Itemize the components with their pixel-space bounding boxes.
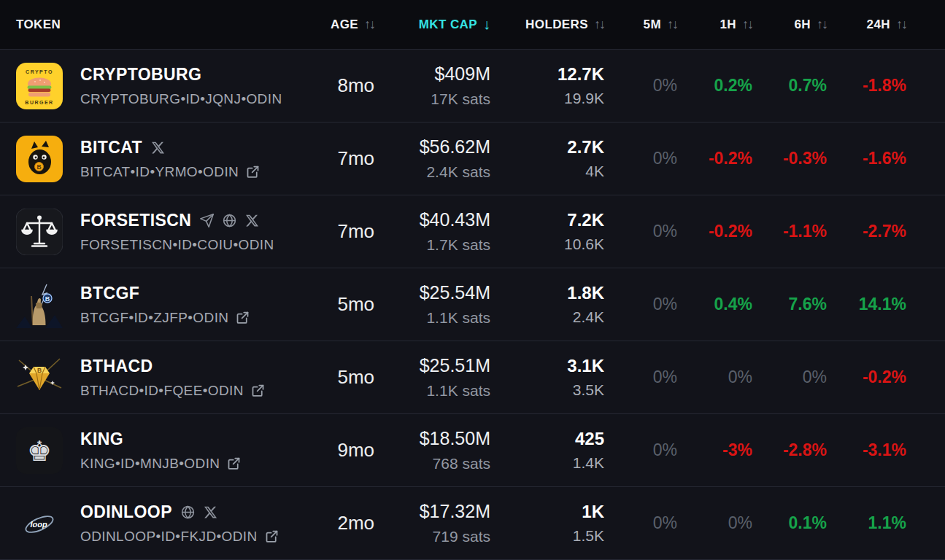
pct-5m: 0% (653, 440, 677, 460)
token-cell[interactable]: CRYPTOBURGER CRYPTOBURG CRYPTOBURG•ID•JQ… (0, 50, 306, 122)
holders-value: 7.2K (567, 210, 604, 230)
telegram-icon[interactable] (199, 213, 215, 228)
token-cell[interactable]: ♚ KING KING•ID•MNJB•ODIN (0, 414, 306, 486)
column-header-mktcap[interactable]: MKT CAP ↓ (374, 16, 490, 33)
column-header-24h[interactable]: 24H ↑↓ (827, 17, 906, 32)
column-header-1h[interactable]: 1H ↑↓ (677, 17, 752, 32)
sort-icon: ↑↓ (896, 17, 906, 32)
holders-sub-value: 10.6K (564, 236, 604, 253)
token-id: KING•ID•MNJB•ODIN (80, 456, 220, 472)
token-table-body: CRYPTOBURGER CRYPTOBURG CRYPTOBURG•ID•JQ… (0, 49, 945, 560)
scales-icon (16, 209, 63, 255)
holders-sub-value: 3.5K (573, 381, 604, 399)
pct-1h: 0.2% (714, 76, 752, 96)
pct-5m: 0% (653, 513, 677, 533)
token-name: BTHACD (80, 357, 153, 376)
mktcap-sats: 2.4K sats (426, 163, 490, 181)
token-name: BITCAT (80, 138, 142, 158)
holders-value: 1.8K (567, 283, 604, 303)
holders-sub-value: 1.5K (573, 527, 604, 545)
mktcap-sats: 17K sats (431, 90, 490, 108)
table-row[interactable]: B BITCAT BITCAT•ID•YRMO•ODIN 7mo $56.62M… (0, 122, 945, 195)
column-header-6h[interactable]: 6H ↑↓ (752, 17, 827, 32)
pct-24h: -3.1% (863, 440, 906, 460)
sort-icon: ↑↓ (742, 17, 752, 32)
x-icon[interactable] (203, 505, 218, 520)
pct-6h: 0.1% (789, 513, 827, 533)
sort-icon: ↑↓ (594, 17, 604, 32)
table-row[interactable]: CRYPTOBURGER CRYPTOBURG CRYPTOBURG•ID•JQ… (0, 49, 945, 122)
svg-text:♚: ♚ (27, 435, 52, 467)
external-link-icon[interactable] (245, 164, 261, 179)
external-link-icon[interactable] (235, 310, 250, 325)
age-value: 9mo (337, 439, 374, 462)
globe-icon[interactable] (180, 505, 196, 520)
pct-1h: 0% (728, 513, 752, 533)
pct-1h: -0.2% (709, 149, 752, 168)
x-icon[interactable] (150, 140, 166, 155)
svg-text:BURGER: BURGER (25, 100, 53, 105)
holders-sub-value: 19.9K (564, 90, 604, 107)
diamond-icon: B (16, 354, 63, 401)
age-value: 5mo (337, 366, 374, 389)
column-header-5m[interactable]: 5M ↑↓ (604, 17, 677, 32)
holders-value: 2.7K (567, 137, 604, 158)
mktcap-usd: $409M (435, 63, 490, 85)
column-header-holders[interactable]: HOLDERS ↑↓ (490, 17, 604, 32)
token-cell[interactable]: B BTCGF BTCGF•ID•ZJFP•ODIN (0, 268, 306, 341)
holders-sub-value: 1.4K (573, 454, 604, 472)
token-cell[interactable]: B BITCAT BITCAT•ID•YRMO•ODIN (0, 122, 306, 195)
age-value: 7mo (337, 220, 374, 243)
external-link-icon[interactable] (226, 456, 242, 471)
table-row[interactable]: B BTHACD BTHACD•ID•FQEE•ODIN 5mo $25.51M… (0, 341, 945, 413)
pct-6h: -0.3% (783, 149, 827, 168)
table-row[interactable]: ♚ KING KING•ID•MNJB•ODIN 9mo $18.50M 768… (0, 413, 945, 486)
pct-6h: 0% (803, 368, 827, 387)
token-id: FORSETISCN•ID•COIU•ODIN (80, 237, 274, 253)
social-links (150, 140, 166, 155)
globe-icon[interactable] (222, 213, 237, 228)
holders-value: 1K (582, 502, 604, 522)
sort-icon: ↑↓ (817, 17, 827, 32)
pct-24h: -0.2% (863, 368, 906, 387)
column-header-age[interactable]: AGE ↑↓ (306, 17, 374, 32)
mktcap-usd: $40.43M (420, 209, 490, 230)
pct-24h: -1.6% (863, 149, 906, 168)
svg-text:loop: loop (30, 520, 47, 529)
pct-5m: 0% (653, 76, 677, 96)
pct-5m: 0% (653, 295, 677, 314)
x-icon[interactable] (244, 213, 260, 228)
token-name: ODINLOOP (80, 502, 172, 522)
pct-5m: 0% (653, 368, 677, 387)
external-link-icon[interactable] (250, 383, 266, 398)
svg-text:B: B (36, 163, 41, 170)
king-icon: ♚ (16, 427, 63, 474)
mktcap-usd: $25.54M (420, 282, 490, 303)
table-row[interactable]: B BTCGF BTCGF•ID•ZJFP•ODIN 5mo $25.54M 1… (0, 268, 945, 341)
wizard-icon: B (16, 281, 63, 328)
pct-6h: -2.8% (783, 440, 827, 460)
burger-icon: CRYPTOBURGER (16, 63, 63, 109)
age-value: 8mo (337, 74, 374, 97)
table-row[interactable]: loop ODINLOOP ODINLOOP•ID•FKJD•ODIN 2mo … (0, 486, 945, 559)
pct-5m: 0% (653, 222, 677, 241)
pct-1h: 0% (728, 368, 752, 387)
svg-text:CRYPTO: CRYPTO (26, 69, 53, 74)
loop-icon: loop (16, 500, 63, 547)
token-cell[interactable]: B BTHACD BTHACD•ID•FQEE•ODIN (0, 341, 306, 413)
table-header: TOKEN AGE ↑↓ MKT CAP ↓ HOLDERS ↑↓ 5M ↑↓ … (0, 0, 945, 49)
age-value: 5mo (337, 293, 374, 316)
token-id: CRYPTOBURG•ID•JQNJ•ODIN (80, 91, 282, 107)
token-id: ODINLOOP•ID•FKJD•ODIN (80, 529, 258, 545)
token-cell[interactable]: FORSETISCN FORSETISCN•ID•COIU•ODIN (0, 195, 306, 268)
table-row[interactable]: FORSETISCN FORSETISCN•ID•COIU•ODIN 7mo $… (0, 195, 945, 268)
token-name: KING (80, 429, 123, 449)
svg-text:B: B (37, 366, 42, 373)
social-links (199, 213, 260, 228)
mktcap-sats: 719 sats (433, 528, 490, 545)
age-value: 7mo (337, 147, 374, 170)
token-cell[interactable]: loop ODINLOOP ODINLOOP•ID•FKJD•ODIN (0, 487, 306, 559)
external-link-icon[interactable] (264, 529, 279, 544)
token-name: FORSETISCN (80, 211, 191, 230)
pct-6h: 0.7% (789, 76, 827, 96)
